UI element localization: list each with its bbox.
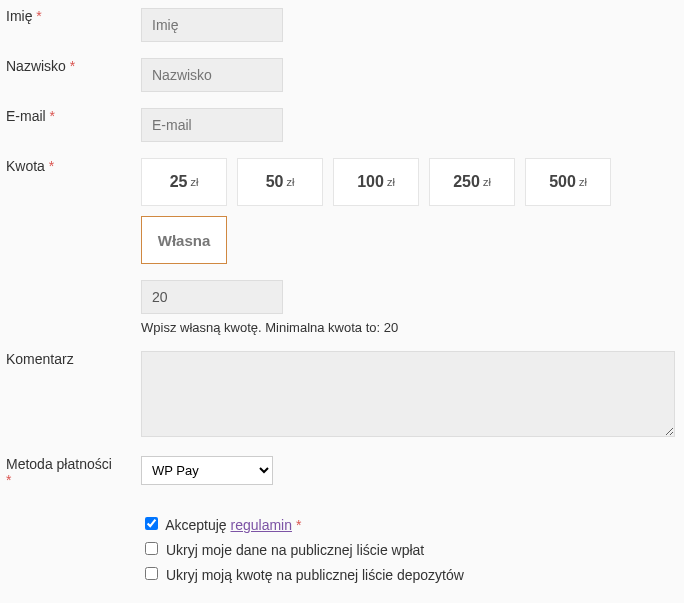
lastname-input[interactable] [141, 58, 283, 92]
payment-method-select[interactable]: WP Pay [141, 456, 273, 485]
amount-option-500[interactable]: 500zł [525, 158, 611, 206]
amount-option-100[interactable]: 100zł [333, 158, 419, 206]
accept-terms-text: Akceptuję [165, 517, 230, 533]
accept-terms-checkbox[interactable] [145, 517, 158, 530]
email-input[interactable] [141, 108, 283, 142]
hide-amount-row: Ukryj moją kwotę na publicznej liście de… [141, 564, 678, 583]
hide-amount-text: Ukryj moją kwotę na publicznej liście de… [166, 567, 464, 583]
hide-name-checkbox[interactable] [145, 542, 158, 555]
label-amount: Kwota * [0, 150, 135, 343]
custom-amount-input[interactable] [141, 280, 283, 314]
amount-option-250[interactable]: 250zł [429, 158, 515, 206]
amount-option-50[interactable]: 50zł [237, 158, 323, 206]
hide-amount-checkbox[interactable] [145, 567, 158, 580]
hide-name-row: Ukryj moje dane na publicznej liście wpł… [141, 539, 678, 558]
label-email: E-mail * [0, 100, 135, 150]
amount-option-25[interactable]: 25zł [141, 158, 227, 206]
label-lastname: Nazwisko * [0, 50, 135, 100]
donation-form: Imię * Nazwisko * E-mail * Kwota * 25zł5… [0, 0, 684, 597]
hide-name-text: Ukryj moje dane na publicznej liście wpł… [166, 542, 424, 558]
label-payment-method: Metoda płatności* [0, 448, 135, 496]
label-firstname: Imię * [0, 0, 135, 50]
amount-options: 25zł50zł100zł250zł500zł [141, 158, 678, 206]
firstname-input[interactable] [141, 8, 283, 42]
label-comment: Komentarz [0, 343, 135, 448]
terms-link[interactable]: regulamin [231, 517, 292, 533]
comment-textarea[interactable] [141, 351, 675, 437]
accept-terms-row: Akceptuję regulamin * [141, 514, 678, 533]
amount-custom-button[interactable]: Własna [141, 216, 227, 264]
amount-helper: Wpisz własną kwotę. Minimalna kwota to: … [141, 320, 678, 335]
